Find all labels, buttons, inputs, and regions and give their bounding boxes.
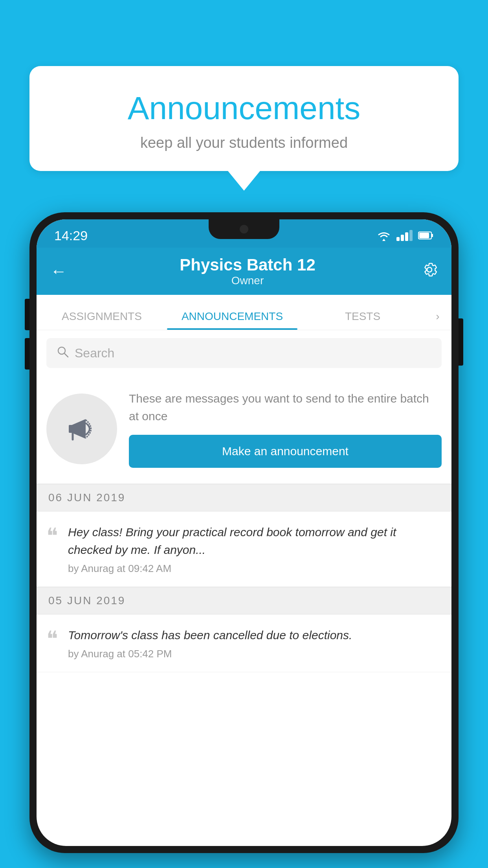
date-divider-2: 05 JUN 2019 — [37, 587, 451, 614]
header-center: Physics Batch 12 Owner — [74, 256, 421, 287]
announcement-author-1: by Anurag at 09:42 AM — [68, 563, 442, 575]
search-placeholder: Search — [75, 346, 114, 360]
battery-icon — [418, 231, 434, 240]
header-subtitle: Owner — [74, 274, 421, 287]
status-icons — [377, 230, 434, 241]
signal-bars-icon — [396, 230, 413, 241]
bubble-title: Announcements — [49, 90, 439, 127]
announcement-text-2: Tomorrow's class has been cancelled due … — [68, 626, 442, 644]
tab-assignments[interactable]: ASSIGNMENTS — [37, 295, 167, 330]
wifi-icon — [377, 230, 391, 241]
quote-icon-2: ❝ — [46, 628, 58, 660]
announcement-item-2: ❝ Tomorrow's class has been cancelled du… — [37, 614, 451, 672]
app-header: ← Physics Batch 12 Owner — [37, 248, 451, 295]
promo-icon-circle — [46, 394, 117, 464]
promo-right: These are messages you want to send to t… — [129, 390, 442, 468]
promo-card: These are messages you want to send to t… — [37, 376, 451, 484]
tab-tests[interactable]: TESTS — [297, 295, 428, 330]
header-title: Physics Batch 12 — [74, 256, 421, 274]
svg-rect-1 — [431, 234, 433, 237]
svg-rect-5 — [69, 425, 73, 433]
phone-notch — [209, 219, 279, 239]
side-button-right — [459, 318, 463, 366]
announcement-content-2: Tomorrow's class has been cancelled due … — [68, 626, 442, 660]
svg-rect-2 — [419, 233, 429, 238]
phone-container: 14:29 — [29, 212, 459, 868]
tabs-bar: ASSIGNMENTS ANNOUNCEMENTS TESTS › — [37, 295, 451, 330]
date-divider-1: 06 JUN 2019 — [37, 484, 451, 511]
make-announcement-button[interactable]: Make an announcement — [129, 435, 442, 468]
announcement-author-2: by Anurag at 05:42 PM — [68, 648, 442, 660]
announcement-content-1: Hey class! Bring your practical record b… — [68, 523, 442, 575]
announcement-item-1: ❝ Hey class! Bring your practical record… — [37, 511, 451, 587]
search-container: Search — [37, 330, 451, 376]
search-bar[interactable]: Search — [46, 338, 442, 368]
quote-icon-1: ❝ — [46, 525, 58, 575]
svg-line-4 — [64, 353, 68, 357]
side-button-left — [25, 299, 29, 330]
announcement-text-1: Hey class! Bring your practical record b… — [68, 523, 442, 559]
status-time: 14:29 — [54, 228, 88, 243]
bubble-subtitle: keep all your students informed — [49, 134, 439, 151]
search-icon — [56, 345, 69, 361]
phone-screen: 14:29 — [37, 219, 451, 846]
tab-more[interactable]: › — [428, 310, 451, 330]
settings-button[interactable] — [421, 261, 438, 281]
side-button-left2 — [25, 338, 29, 370]
promo-description: These are messages you want to send to t… — [129, 390, 442, 425]
phone-outer: 14:29 — [29, 212, 459, 853]
camera-dot — [240, 225, 248, 234]
tab-announcements[interactable]: ANNOUNCEMENTS — [167, 295, 297, 330]
speech-bubble: Announcements keep all your students inf… — [29, 66, 459, 171]
megaphone-icon — [64, 411, 99, 447]
back-button[interactable]: ← — [50, 262, 74, 281]
